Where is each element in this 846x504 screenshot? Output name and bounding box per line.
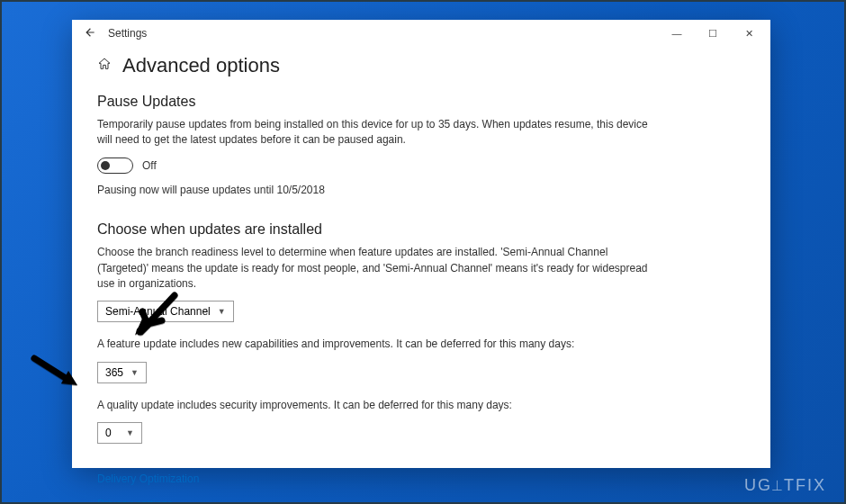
quality-defer-value: 0 (105, 427, 112, 439)
back-arrow-icon (84, 26, 96, 39)
pause-heading: Pause Updates (97, 94, 745, 110)
content-area: Advanced options Pause Updates Temporari… (72, 47, 770, 504)
pause-toggle[interactable] (97, 158, 133, 174)
feature-defer-dropdown[interactable]: 365 ▼ (97, 362, 147, 383)
chevron-down-icon: ▼ (126, 428, 134, 437)
choose-description: Choose the branch readiness level to det… (97, 245, 655, 292)
branch-value: Semi-Annual Channel (105, 305, 211, 318)
minimize-button[interactable]: — (659, 28, 695, 40)
watermark: UG⟂TFIX (744, 476, 826, 495)
back-button[interactable] (76, 26, 104, 41)
app-title: Settings (104, 27, 659, 40)
close-button[interactable]: ✕ (731, 28, 767, 40)
pause-description: Temporarily pause updates from being ins… (97, 117, 655, 148)
privacy-settings-link[interactable]: Privacy settings (97, 498, 745, 504)
settings-window: Settings — ☐ ✕ Advanced options Pause Up… (72, 20, 770, 468)
feature-defer-description: A feature update includes new capabiliti… (97, 337, 655, 352)
titlebar: Settings — ☐ ✕ (72, 20, 770, 47)
branch-dropdown[interactable]: Semi-Annual Channel ▼ (97, 301, 234, 322)
chevron-down-icon: ▼ (218, 307, 226, 316)
maximize-button[interactable]: ☐ (695, 28, 731, 40)
quality-defer-description: A quality update includes security impro… (97, 398, 655, 413)
choose-heading: Choose when updates are installed (97, 221, 745, 238)
pause-status: Pausing now will pause updates until 10/… (97, 183, 655, 198)
chevron-down-icon: ▼ (130, 368, 139, 377)
quality-defer-dropdown[interactable]: 0 ▼ (97, 422, 142, 444)
pause-toggle-label: Off (142, 159, 157, 172)
page-title: Advanced options (122, 54, 280, 77)
feature-defer-value: 365 (105, 366, 123, 379)
home-icon[interactable] (97, 57, 112, 75)
delivery-optimization-link[interactable]: Delivery Optimization (97, 472, 745, 485)
